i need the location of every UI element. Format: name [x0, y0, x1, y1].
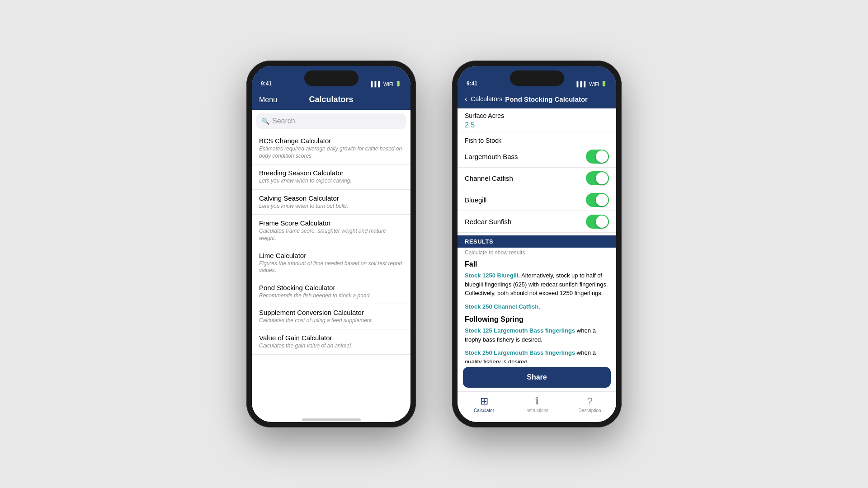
calc-title: BCS Change Calculator [259, 137, 403, 145]
toggle-largemouth[interactable] [586, 150, 609, 164]
surface-acres-value: 2.5 [465, 121, 609, 129]
right-phone: 9:41 ▌▌▌ WiFi 🔋 ‹ Calculators Pond Stock… [452, 61, 622, 427]
share-button[interactable]: Share [463, 367, 611, 388]
list-item[interactable]: Calving Season Calculator Lets you know … [252, 190, 410, 215]
season-spring: Following Spring [465, 315, 609, 324]
toggle-redear[interactable] [586, 215, 609, 229]
home-indicator-left [302, 418, 361, 421]
surface-acres-section: Surface Acres 2.5 [458, 108, 616, 132]
nav-title-right: Pond Stocking Calculator [505, 95, 588, 103]
result-highlight-3: Stock 125 Largemouth Bass fingerlings [465, 327, 575, 334]
result-highlight-4: Stock 250 Largemouth Bass fingerlings [465, 349, 575, 356]
results-content: Fall Stock 1250 Bluegill. Alternatively,… [458, 257, 616, 363]
back-arrow-icon[interactable]: ‹ [465, 95, 467, 103]
nav-calculator-label: Calculator [474, 408, 494, 413]
results-header: RESULTS [458, 235, 616, 248]
signal-icon-right: ▌▌▌ [577, 81, 587, 87]
signal-icon: ▌▌▌ [371, 81, 382, 87]
result-highlight-1: Stock 1250 Bluegill. [465, 272, 520, 279]
list-item[interactable]: Frame Score Calculator Calculates frame … [252, 215, 410, 247]
result-spring-quality: Stock 250 Largemouth Bass fingerlings wh… [465, 348, 609, 363]
list-item[interactable]: Value of Gain Calculator Calculates the … [252, 329, 410, 355]
info-icon: ℹ [535, 395, 539, 407]
result-highlight-2: Stock 250 Channel Catfish. [465, 303, 540, 310]
calc-desc: Estimates required average daily growth … [259, 145, 403, 160]
fish-row-largemouth: Largemouth Bass [458, 146, 616, 168]
calculator-list: BCS Change Calculator Estimates required… [252, 132, 410, 417]
calc-desc: Calculates frame score, slaughter weight… [259, 228, 403, 242]
fish-name-bluegill: Bluegill [465, 196, 486, 204]
calc-title: Breeding Season Calculator [259, 169, 403, 177]
search-bar[interactable]: 🔍 Search [256, 113, 406, 129]
list-item[interactable]: Breeding Season Calculator Lets you know… [252, 164, 410, 190]
list-item[interactable]: Pond Stocking Calculator Recommends the … [252, 279, 410, 305]
calc-title: Lime Calculator [259, 252, 403, 259]
list-item[interactable]: Supplement Conversion Calculator Calcula… [252, 304, 410, 329]
nav-bar-left: Menu Calculators [252, 90, 410, 110]
calc-desc: Lets you know when to expect calving. [259, 178, 403, 185]
fish-name-catfish: Channel Catfish [465, 174, 513, 182]
calc-title: Pond Stocking Calculator [259, 284, 403, 291]
nav-bar-right: ‹ Calculators Pond Stocking Calculator [458, 90, 616, 108]
menu-button[interactable]: Menu [259, 96, 277, 104]
battery-icon: 🔋 [395, 81, 401, 87]
surface-acres-label: Surface Acres [465, 112, 609, 119]
calculator-icon: ⊞ [480, 395, 488, 407]
calc-desc: Figures the amount of lime needed based … [259, 260, 403, 274]
wifi-icon-right: WiFi [589, 81, 599, 87]
dynamic-island-right [510, 70, 564, 86]
back-label[interactable]: Calculators [471, 95, 502, 103]
search-placeholder: Search [272, 117, 295, 125]
calc-title: Value of Gain Calculator [259, 334, 403, 342]
nav-instructions-label: Instructions [525, 408, 548, 413]
results-calc-label: Calculate to show results [458, 248, 616, 257]
nav-description[interactable]: ? Description [563, 395, 616, 413]
calc-title: Supplement Conversion Calculator [259, 309, 403, 316]
result-fall-catfish: Stock 250 Channel Catfish. [465, 302, 609, 311]
question-icon: ? [587, 395, 592, 407]
nav-title-left: Calculators [309, 95, 353, 104]
fish-to-stock-section: Fish to Stock Largemouth Bass Channel Ca… [458, 132, 616, 235]
calc-desc: Recommends the fish needed to stock a po… [259, 292, 403, 300]
right-content: Surface Acres 2.5 Fish to Stock Largemou… [458, 108, 616, 422]
results-title: RESULTS [465, 238, 609, 245]
calc-title: Calving Season Calculator [259, 194, 403, 202]
fish-name-redear: Redear Sunfish [465, 218, 511, 225]
status-time-left: 9:41 [261, 80, 272, 87]
nav-instructions[interactable]: ℹ Instructions [510, 395, 563, 413]
nav-calculator[interactable]: ⊞ Calculator [458, 395, 510, 413]
list-item[interactable]: BCS Change Calculator Estimates required… [252, 132, 410, 164]
battery-icon-right: 🔋 [601, 81, 607, 87]
calc-desc: Lets you know when to turn out bulls. [259, 203, 403, 210]
wifi-icon: WiFi [383, 81, 393, 87]
result-spring-trophy: Stock 125 Largemouth Bass fingerlings wh… [465, 326, 609, 344]
status-icons-left: ▌▌▌ WiFi 🔋 [371, 81, 401, 87]
dynamic-island-left [304, 70, 359, 86]
list-item[interactable]: Lime Calculator Figures the amount of li… [252, 247, 410, 279]
fish-row-catfish: Channel Catfish [458, 168, 616, 189]
calc-title: Frame Score Calculator [259, 219, 403, 227]
search-icon: 🔍 [262, 117, 269, 125]
left-phone: 9:41 ▌▌▌ WiFi 🔋 Menu Calculators 🔍 Searc… [246, 61, 416, 427]
calc-desc: Calculates the cost of using a feed supp… [259, 317, 403, 324]
toggle-bluegill[interactable] [586, 193, 609, 207]
calc-desc: Calculates the gain value of an animal. [259, 343, 403, 350]
fish-row-redear: Redear Sunfish [458, 211, 616, 233]
season-fall: Fall [465, 260, 609, 268]
fish-section-label: Fish to Stock [458, 135, 616, 146]
status-icons-right: ▌▌▌ WiFi 🔋 [577, 81, 607, 87]
fish-name-largemouth: Largemouth Bass [465, 153, 518, 160]
fish-row-bluegill: Bluegill [458, 189, 616, 211]
result-fall-bluegill: Stock 1250 Bluegill. Alternatively, stoc… [465, 271, 609, 298]
toggle-catfish[interactable] [586, 171, 609, 185]
nav-description-label: Description [578, 408, 601, 413]
status-time-right: 9:41 [467, 80, 477, 87]
bottom-nav: ⊞ Calculator ℹ Instructions ? Descriptio… [458, 391, 616, 422]
